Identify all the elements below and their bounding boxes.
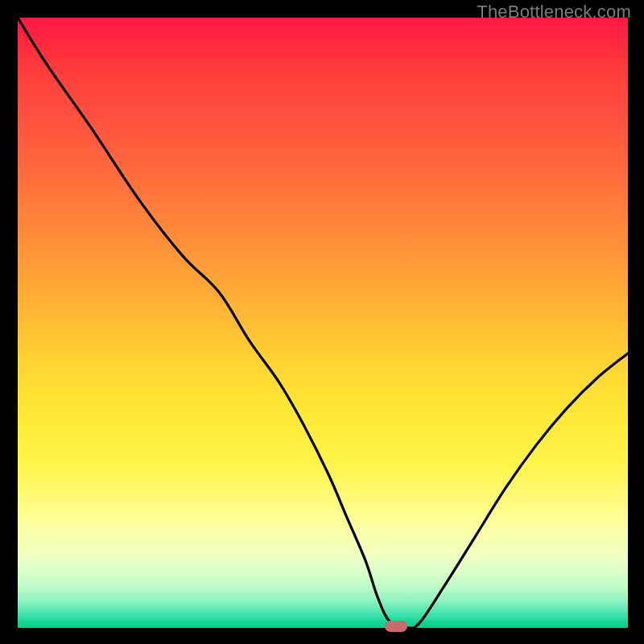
chart-frame: TheBottleneck.com [0,0,644,644]
watermark-text: TheBottleneck.com [477,2,631,23]
bottleneck-curve [18,18,628,628]
optimum-marker [385,621,407,632]
chart-plot-area [18,18,628,628]
